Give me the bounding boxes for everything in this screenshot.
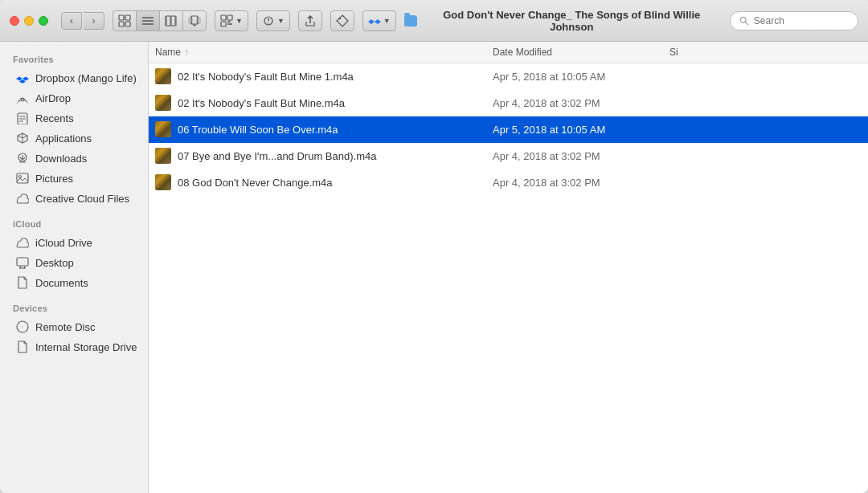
col-header-date[interactable]: Date Modified [486,45,663,59]
action-button[interactable]: ▼ [256,10,290,31]
creative-cloud-label: Creative Cloud Files [35,193,129,205]
downloads-label: Downloads [35,153,87,165]
view-coverflow-button[interactable] [182,10,207,31]
dropbox-button[interactable]: ▼ [362,10,396,31]
svg-point-44 [23,327,23,328]
title-bar: ‹ › [0,0,868,42]
icloud-header: iCloud [0,213,148,232]
file-date-cell: Apr 5, 2018 at 10:05 AM [486,120,663,139]
search-box[interactable] [730,11,858,31]
search-icon [739,14,750,27]
file-name: 08 God Don't Never Change.m4a [178,177,333,189]
file-date: Apr 5, 2018 at 10:05 AM [493,124,605,136]
airdrop-label: AirDrop [35,92,71,104]
sidebar-item-airdrop[interactable]: AirDrop [3,88,145,108]
file-size-cell [663,153,868,159]
file-date: Apr 4, 2018 at 3:02 PM [493,97,600,109]
recents-label: Recents [35,112,74,124]
table-row[interactable]: 08 God Don't Never Change.m4a Apr 4, 201… [149,169,868,196]
col-header-size[interactable]: Si [663,45,868,59]
sidebar-item-dropbox[interactable]: Dropbox (Mango Life) [3,68,145,88]
file-date-cell: Apr 4, 2018 at 3:02 PM [486,94,663,112]
traffic-lights [10,16,48,26]
view-columns-button[interactable] [159,10,182,31]
forward-button[interactable]: › [84,12,104,30]
folder-icon [404,15,417,26]
file-name: 06 Trouble Will Soon Be Over.m4a [178,124,338,136]
dropbox-label: Dropbox (Mango Life) [35,72,137,84]
tag-button[interactable] [330,10,354,31]
file-name: 02 It's Nobody's Fault But Mine 1.m4a [178,71,354,83]
svg-point-37 [19,176,22,178]
svg-rect-17 [227,15,232,20]
svg-rect-3 [125,22,130,26]
downloads-icon [16,152,29,165]
sidebar-item-documents[interactable]: Documents [3,273,145,292]
remote-disc-icon [16,320,29,333]
sidebar-item-downloads[interactable]: Downloads [3,149,145,168]
internal-storage-label: Internal Storage Drive [35,341,137,353]
desktop-label: Desktop [35,257,74,269]
window-title: God Don't Never Change_ The Songs of Bli… [404,9,722,33]
file-date-cell: Apr 4, 2018 at 3:02 PM [486,147,663,165]
svg-point-23 [268,22,269,23]
back-button[interactable]: ‹ [61,12,82,30]
file-size-cell [663,126,868,132]
applications-label: Applications [35,132,92,145]
close-button[interactable] [10,16,19,26]
file-name-cell: 02 It's Nobody's Fault But Mine 1.m4a [149,65,486,88]
arrange-button[interactable]: ▼ [215,10,248,31]
pictures-icon [16,172,29,185]
svg-rect-0 [119,15,124,20]
remote-disc-label: Remote Disc [35,321,95,333]
sidebar-item-desktop[interactable]: Desktop [3,253,145,272]
file-list: 02 It's Nobody's Fault But Mine 1.m4a Ap… [149,63,868,493]
svg-rect-8 [166,16,170,26]
finder-window: ‹ › [0,0,868,493]
view-mode-group [113,10,207,31]
file-name: 07 Bye and Bye I'm...and Drum Band).m4a [178,150,376,162]
svg-rect-36 [17,173,28,183]
airdrop-icon [16,92,29,104]
devices-header: Devices [0,297,148,316]
table-row[interactable]: 07 Bye and Bye I'm...and Drum Band).m4a … [149,143,868,169]
sidebar-item-creative-cloud[interactable]: Creative Cloud Files [3,189,145,208]
file-date-cell: Apr 5, 2018 at 10:05 AM [486,67,663,86]
file-thumbnail [155,148,171,164]
svg-rect-38 [17,258,28,266]
col-header-name[interactable]: Name ↑ [149,45,486,59]
file-thumbnail [155,174,171,190]
sidebar-item-applications[interactable]: Applications [3,128,145,148]
icloud-drive-label: iCloud Drive [35,237,92,249]
file-thumbnail [155,95,171,111]
sidebar-item-internal-storage[interactable]: Internal Storage Drive [3,337,145,357]
minimize-button[interactable] [24,16,34,26]
file-name-cell: 07 Bye and Bye I'm...and Drum Band).m4a [149,145,486,167]
file-pane: Name ↑ Date Modified Si 02 It's Nobo [149,42,868,493]
view-list-button[interactable] [136,10,159,31]
svg-rect-1 [125,15,130,20]
applications-icon [16,132,29,145]
view-icon-button[interactable] [113,10,136,31]
svg-rect-18 [221,22,226,26]
maximize-button[interactable] [39,16,48,26]
table-row[interactable]: 06 Trouble Will Soon Be Over.m4a Apr 5, … [149,116,868,143]
search-input[interactable] [754,15,850,26]
sidebar-item-remote-disc[interactable]: Remote Disc [3,317,145,336]
svg-rect-16 [221,15,226,20]
file-size-cell [663,179,868,185]
share-button[interactable] [298,10,322,31]
file-thumbnail [155,68,171,84]
sidebar-item-pictures[interactable]: Pictures [3,169,145,188]
file-name-cell: 06 Trouble Will Soon Be Over.m4a [149,118,486,141]
sidebar-item-recents[interactable]: Recents [3,108,145,128]
file-size-cell [663,100,868,106]
creative-cloud-icon [16,192,29,205]
file-date: Apr 4, 2018 at 3:02 PM [493,150,600,162]
table-row[interactable]: 02 It's Nobody's Fault But Mine 1.m4a Ap… [149,63,868,90]
sidebar-item-icloud-drive[interactable]: iCloud Drive [3,233,145,252]
file-name-cell: 08 God Don't Never Change.m4a [149,171,486,194]
internal-storage-icon [16,340,29,353]
file-name: 02 It's Nobody's Fault But Mine.m4a [178,97,345,109]
table-row[interactable]: 02 It's Nobody's Fault But Mine.m4a Apr … [149,90,868,116]
